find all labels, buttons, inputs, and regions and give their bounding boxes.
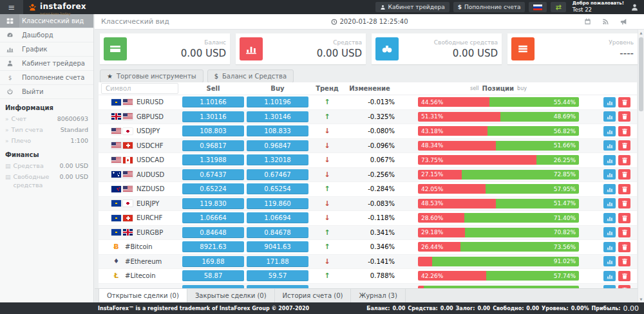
buy-positions-segment: 91.02%: [432, 257, 579, 266]
buy-positions-segment: 71.40%: [464, 213, 580, 223]
sell-price-button[interactable]: 169.88: [182, 256, 244, 267]
symbol-cell: USDCHF: [99, 142, 181, 149]
buy-price-button[interactable]: 119.860: [247, 198, 308, 209]
sidebar-item-label: Выйти: [22, 88, 44, 95]
footer-stat-value: 0.00: [477, 306, 490, 311]
buy-price-button[interactable]: 0.65254: [247, 183, 308, 194]
trading-instruments-button[interactable]: ★ Торговые инструменты: [100, 69, 204, 83]
user-avatar[interactable]: [630, 3, 639, 12]
scroll-up-icon[interactable]: ▲: [638, 31, 644, 35]
change-percent: 0.341%: [345, 229, 395, 236]
instrument-row: ♦#Ethereum 169.88 171.88 ↓ -0.141% 91.02…: [99, 255, 637, 270]
user-icon: [0, 57, 19, 70]
sell-price-button[interactable]: 58.87: [182, 270, 244, 281]
menu-toggle-icon[interactable]: ≡: [0, 0, 23, 14]
footer-stat-value: 0.00: [526, 306, 539, 311]
positions-bar: 48.53% 51.47%: [418, 199, 579, 208]
vertical-scrollbar[interactable]: ▲ ▼: [638, 30, 644, 302]
positions-bar: 44.56% 55.44%: [418, 97, 579, 107]
remove-instrument-button[interactable]: [618, 184, 630, 194]
open-chart-button[interactable]: [603, 242, 616, 252]
buy-price-button[interactable]: 0.96847: [247, 140, 308, 151]
sidebar-item-grid[interactable]: Классический вид: [0, 14, 93, 28]
scroll-down-icon[interactable]: ▼: [638, 297, 644, 301]
remove-instrument-button[interactable]: [618, 140, 630, 151]
sell-price-button[interactable]: 108.803: [182, 125, 244, 136]
footer-stat-value: 0.00: [623, 304, 639, 313]
open-chart-button[interactable]: [603, 213, 616, 223]
sell-price-button[interactable]: 0.84648: [182, 227, 244, 238]
sell-price-button[interactable]: 1.30116: [182, 111, 244, 122]
symbol-search-input[interactable]: [101, 83, 178, 94]
buy-price-button[interactable]: 1.10196: [247, 97, 308, 107]
tab-1[interactable]: Закрытые сделки (0): [187, 289, 275, 302]
sell-price-button[interactable]: 0.65224: [182, 183, 244, 194]
deposit-button[interactable]: $ Пополнение счета: [453, 2, 526, 12]
remove-instrument-button[interactable]: [618, 256, 630, 266]
open-chart-button[interactable]: [603, 169, 616, 180]
sell-price-button[interactable]: 1.10166: [182, 97, 244, 107]
megaphone-icon[interactable]: [620, 18, 627, 25]
remove-instrument-button[interactable]: [618, 97, 630, 107]
remove-instrument-button[interactable]: [618, 227, 630, 237]
tab-0[interactable]: Открытые сделки (0): [99, 289, 187, 302]
sell-price-button[interactable]: 1.31988: [182, 154, 244, 165]
tab-2[interactable]: История счета (0): [275, 289, 352, 302]
calendar-icon[interactable]: [584, 18, 591, 25]
buy-price-button[interactable]: 171.88: [247, 256, 308, 267]
sell-price-button[interactable]: 8921.63: [182, 241, 244, 252]
sell-price-button[interactable]: 119.830: [182, 198, 244, 209]
sell-price-button[interactable]: 0.96817: [182, 140, 244, 151]
footer-stat-value: 0.00: [440, 306, 453, 311]
positions-bar: 27.15% 72.85%: [418, 170, 579, 180]
footer-bar: InstaForex™ is a registered trademark of…: [0, 302, 644, 314]
open-chart-button[interactable]: [603, 198, 616, 208]
scrollbar-thumb[interactable]: [639, 37, 643, 111]
language-flag-button[interactable]: [529, 2, 547, 12]
remove-instrument-button[interactable]: [618, 111, 630, 122]
remove-instrument-button[interactable]: [618, 155, 630, 165]
instrument-row: USDJPY 108.803 108.833 ↓ -0.080% 43.18% …: [99, 124, 637, 139]
balance-funds-button[interactable]: $ Баланс и Средства: [207, 69, 294, 83]
buy-percent-label: 26.25%: [554, 157, 576, 163]
remove-instrument-button[interactable]: [618, 271, 630, 281]
trader-cabinet-button[interactable]: Кабинет трейдера: [375, 2, 450, 12]
sidebar-item-dollar[interactable]: $ Пополнение счета: [0, 71, 93, 85]
sell-price-button[interactable]: 1.06664: [182, 212, 244, 223]
buy-price-button[interactable]: 108.833: [247, 125, 308, 136]
open-chart-button[interactable]: [603, 155, 616, 165]
sidebar-item-chart[interactable]: График: [0, 42, 93, 57]
rss-icon[interactable]: [602, 18, 609, 25]
open-chart-button[interactable]: [603, 126, 616, 136]
buy-price-button[interactable]: 0.67467: [247, 169, 308, 180]
remove-instrument-button[interactable]: [618, 242, 630, 252]
open-chart-button[interactable]: [603, 111, 616, 122]
buy-price-button[interactable]: 0.84678: [247, 227, 308, 238]
open-chart-button[interactable]: [603, 97, 616, 107]
flag-us-icon: [111, 128, 121, 134]
buy-price-button[interactable]: 1.32018: [247, 154, 308, 165]
remove-instrument-button[interactable]: [618, 126, 630, 136]
remove-instrument-button[interactable]: [618, 213, 630, 223]
remove-instrument-button[interactable]: [618, 169, 630, 180]
sell-positions-segment: 43.18%: [418, 126, 488, 136]
buy-price-button[interactable]: 1.06694: [247, 212, 308, 223]
open-chart-button[interactable]: [603, 256, 616, 266]
open-chart-button[interactable]: [603, 140, 616, 151]
brand-logo[interactable]: instaforex Instant Forex Trading: [28, 0, 86, 15]
buy-price-button[interactable]: 59.57: [247, 270, 308, 281]
open-chart-button[interactable]: [603, 184, 616, 194]
sidebar-item-power[interactable]: Выйти: [0, 85, 93, 99]
sidebar-item-user[interactable]: Кабинет трейдера: [0, 57, 93, 71]
page-title: Классический вид: [101, 17, 169, 26]
account-switch-button[interactable]: ⇄: [551, 2, 565, 12]
open-chart-button[interactable]: [603, 271, 616, 281]
sell-price-button[interactable]: 0.67437: [182, 169, 244, 180]
buy-percent-label: 51.47%: [554, 200, 576, 207]
sidebar-item-gauge[interactable]: Дашборд: [0, 28, 93, 42]
open-chart-button[interactable]: [603, 227, 616, 237]
buy-price-button[interactable]: 9041.63: [247, 241, 308, 252]
remove-instrument-button[interactable]: [618, 198, 630, 208]
tab-3[interactable]: Журнал (3): [351, 289, 405, 302]
buy-price-button[interactable]: 1.30146: [247, 111, 308, 122]
